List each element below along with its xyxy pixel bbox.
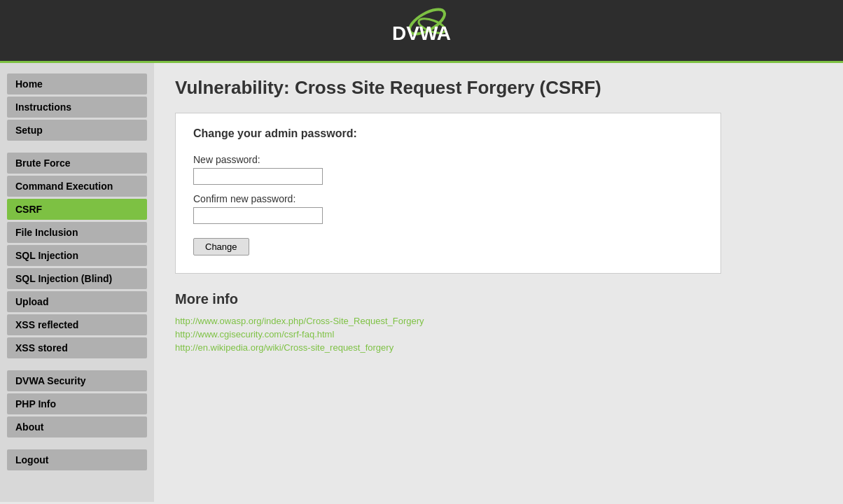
sidebar-item-file-inclusion[interactable]: File Inclusion [7, 222, 147, 243]
more-info-heading: More info [175, 291, 822, 307]
info-link-1[interactable]: http://www.cgisecurity.com/csrf-faq.html [175, 329, 822, 340]
content-box: Change your admin password: New password… [175, 113, 721, 274]
svg-text:DVWA: DVWA [392, 22, 451, 44]
info-link-0[interactable]: http://www.owasp.org/index.php/Cross-Sit… [175, 316, 822, 326]
box-heading: Change your admin password: [193, 127, 703, 140]
nav-spacer-1 [7, 143, 147, 153]
sidebar-item-sql-injection-blind[interactable]: SQL Injection (Blind) [7, 268, 147, 289]
layout: Home Instructions Setup Brute Force Comm… [0, 63, 843, 502]
nav-spacer-2 [7, 360, 147, 370]
sidebar-item-xss-stored[interactable]: XSS stored [7, 337, 147, 358]
sidebar-item-xss-reflected[interactable]: XSS reflected [7, 314, 147, 335]
info-link-2[interactable]: http://en.wikipedia.org/wiki/Cross-site_… [175, 342, 822, 353]
sidebar-item-sql-injection[interactable]: SQL Injection [7, 245, 147, 266]
sidebar-item-home[interactable]: Home [7, 74, 147, 94]
sidebar-item-upload[interactable]: Upload [7, 291, 147, 312]
confirm-password-input[interactable] [193, 207, 323, 224]
change-button[interactable]: Change [193, 238, 249, 255]
new-password-label: New password: [193, 154, 703, 165]
sidebar-item-instructions[interactable]: Instructions [7, 97, 147, 118]
sidebar-item-brute-force[interactable]: Brute Force [7, 153, 147, 174]
dvwa-logo: DVWA [379, 6, 464, 55]
header: DVWA [0, 0, 843, 63]
sidebar-item-about[interactable]: About [7, 416, 147, 438]
page-title: Vulnerability: Cross Site Request Forger… [175, 77, 822, 99]
new-password-input[interactable] [193, 168, 323, 185]
logo-container: DVWA [379, 6, 464, 55]
sidebar: Home Instructions Setup Brute Force Comm… [0, 63, 154, 502]
main-content: Vulnerability: Cross Site Request Forger… [154, 63, 843, 502]
sidebar-item-csrf[interactable]: CSRF [7, 199, 147, 220]
more-info-section: More info http://www.owasp.org/index.php… [175, 291, 822, 353]
sidebar-item-dvwa-security[interactable]: DVWA Security [7, 370, 147, 391]
confirm-password-row: Confirm new password: [193, 193, 703, 224]
sidebar-item-logout[interactable]: Logout [7, 449, 147, 470]
sidebar-item-setup[interactable]: Setup [7, 120, 147, 141]
new-password-row: New password: [193, 154, 703, 185]
sidebar-item-command-execution[interactable]: Command Execution [7, 176, 147, 197]
confirm-password-label: Confirm new password: [193, 193, 703, 204]
sidebar-item-php-info[interactable]: PHP Info [7, 393, 147, 414]
nav-spacer-3 [7, 440, 147, 449]
